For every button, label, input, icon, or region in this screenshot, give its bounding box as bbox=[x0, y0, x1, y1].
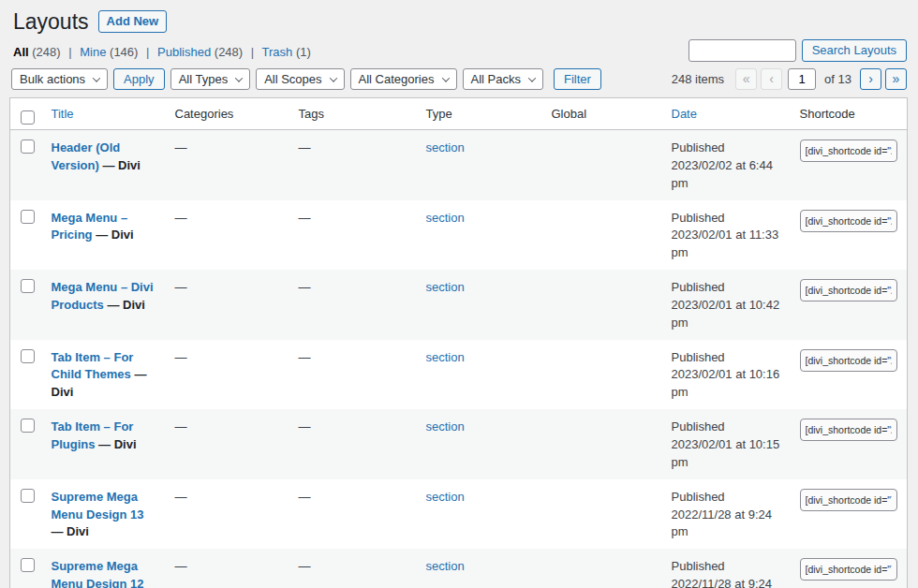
apply-button[interactable]: Apply bbox=[113, 68, 165, 90]
row-checkbox[interactable] bbox=[21, 349, 35, 363]
table-row: Tab Item – For Plugins — Divi — — sectio… bbox=[10, 409, 908, 479]
categories-label: All Categories bbox=[359, 72, 435, 86]
type-link[interactable]: section bbox=[426, 280, 465, 294]
scopes-select[interactable]: All Scopes bbox=[256, 68, 344, 90]
view-all-label[interactable]: All bbox=[13, 45, 29, 59]
row-date: 2023/02/02 at 6:44 pm bbox=[672, 157, 781, 193]
bulk-actions-bar: Bulk actions Apply All Types All Scopes … bbox=[11, 68, 601, 90]
global-cell bbox=[542, 549, 662, 588]
type-link[interactable]: section bbox=[426, 350, 465, 364]
page-title: Layouts bbox=[13, 8, 89, 35]
type-link[interactable]: section bbox=[426, 211, 465, 225]
layout-title-link[interactable]: Supreme Mega Menu Design 12 bbox=[52, 559, 144, 588]
last-page-button[interactable]: » bbox=[885, 68, 907, 90]
shortcode-input[interactable] bbox=[800, 210, 898, 232]
type-link[interactable]: section bbox=[426, 559, 465, 573]
packs-label: All Packs bbox=[471, 72, 521, 86]
column-header-type: Type bbox=[417, 98, 542, 130]
view-published-label[interactable]: Published bbox=[157, 45, 211, 59]
type-link[interactable]: section bbox=[426, 490, 465, 504]
select-all-checkbox[interactable] bbox=[21, 110, 35, 125]
table-row: Tab Item – For Child Themes — Divi — — s… bbox=[10, 340, 908, 410]
pagination: 248 items « ‹ of 13 › » bbox=[672, 68, 907, 90]
bulk-actions-select[interactable]: Bulk actions bbox=[11, 68, 108, 90]
table-row: Mega Menu – Pricing — Divi — — section P… bbox=[10, 200, 908, 271]
categories-cell: — bbox=[166, 130, 289, 200]
title-suffix: — Divi bbox=[52, 524, 89, 538]
view-published[interactable]: Published (248) bbox=[157, 45, 246, 59]
row-date: 2023/02/01 at 10:42 pm bbox=[672, 297, 781, 332]
search-box: Search Layouts bbox=[688, 39, 907, 62]
table-header: Title Categories Tags Type Global Date S… bbox=[10, 98, 908, 130]
column-header-categories: Categories bbox=[166, 98, 289, 130]
table-row: Supreme Mega Menu Design 13 — Divi — — s… bbox=[10, 479, 908, 550]
view-trash[interactable]: Trash (1) bbox=[262, 45, 311, 59]
title-suffix: — Divi bbox=[102, 158, 140, 172]
topbar: All (248) | Mine (146) | Published (248)… bbox=[9, 36, 907, 62]
row-checkbox[interactable] bbox=[21, 419, 35, 433]
row-checkbox[interactable] bbox=[21, 140, 35, 154]
view-mine[interactable]: Mine (146) bbox=[80, 45, 141, 59]
layout-title-link[interactable]: Tab Item – For Child Themes bbox=[52, 350, 134, 382]
shortcode-input[interactable] bbox=[800, 140, 898, 162]
shortcode-input[interactable] bbox=[800, 279, 898, 301]
chevron-down-icon bbox=[235, 74, 243, 81]
first-page-button: « bbox=[735, 68, 757, 90]
total-pages-label: of 13 bbox=[824, 72, 851, 86]
layout-title-link[interactable]: Supreme Mega Menu Design 13 bbox=[52, 490, 144, 522]
table-row: Supreme Mega Menu Design 12 — Divi — — s… bbox=[10, 549, 908, 588]
row-status: Published bbox=[672, 419, 781, 436]
view-all[interactable]: All (248) bbox=[13, 45, 64, 59]
title-suffix: — Divi bbox=[107, 298, 144, 312]
tags-cell: — bbox=[289, 409, 417, 479]
categories-cell: — bbox=[166, 479, 289, 550]
view-filter-links: All (248) | Mine (146) | Published (248)… bbox=[9, 36, 311, 59]
layouts-table: Title Categories Tags Type Global Date S… bbox=[9, 97, 908, 588]
row-checkbox[interactable] bbox=[21, 210, 35, 224]
view-trash-label[interactable]: Trash bbox=[262, 45, 293, 59]
row-date: 2023/02/01 at 10:16 pm bbox=[672, 366, 781, 402]
view-separator: | bbox=[251, 45, 254, 59]
shortcode-input[interactable] bbox=[800, 489, 898, 511]
chevron-down-icon bbox=[528, 74, 536, 81]
add-new-button[interactable]: Add New bbox=[98, 10, 168, 33]
shortcode-input[interactable] bbox=[800, 419, 898, 441]
search-input[interactable] bbox=[688, 39, 796, 62]
next-page-button[interactable]: › bbox=[860, 68, 881, 90]
categories-cell: — bbox=[166, 270, 289, 340]
chevron-down-icon bbox=[329, 74, 336, 81]
categories-cell: — bbox=[166, 409, 289, 479]
tags-cell: — bbox=[289, 340, 417, 410]
table-toolbar: Bulk actions Apply All Types All Scopes … bbox=[9, 68, 907, 90]
tags-cell: — bbox=[289, 270, 417, 340]
view-separator: | bbox=[68, 45, 71, 59]
global-cell bbox=[542, 340, 662, 410]
filter-button[interactable]: Filter bbox=[554, 68, 601, 90]
column-header-date[interactable]: Date bbox=[662, 98, 791, 130]
row-checkbox[interactable] bbox=[21, 489, 35, 503]
categories-cell: — bbox=[166, 549, 289, 588]
table-body: Header (Old Version) — Divi — — section … bbox=[10, 130, 908, 588]
view-mine-label[interactable]: Mine bbox=[80, 45, 106, 59]
column-header-tags: Tags bbox=[289, 98, 417, 130]
row-checkbox[interactable] bbox=[21, 279, 35, 293]
categories-select[interactable]: All Categories bbox=[350, 68, 457, 90]
shortcode-input[interactable] bbox=[800, 349, 898, 372]
search-layouts-button[interactable]: Search Layouts bbox=[802, 39, 907, 62]
types-label: All Types bbox=[179, 72, 229, 86]
type-link[interactable]: section bbox=[426, 140, 465, 154]
current-page-input[interactable] bbox=[788, 68, 816, 90]
shortcode-input[interactable] bbox=[800, 558, 898, 581]
type-link[interactable]: section bbox=[426, 419, 465, 434]
packs-select[interactable]: All Packs bbox=[463, 68, 543, 90]
row-status: Published bbox=[672, 210, 781, 228]
table-row: Header (Old Version) — Divi — — section … bbox=[10, 130, 908, 200]
row-date: 2022/11/28 at 9:24 pm bbox=[672, 507, 781, 542]
row-checkbox[interactable] bbox=[21, 558, 35, 572]
page-header: Layouts Add New bbox=[9, 0, 907, 35]
categories-cell: — bbox=[166, 340, 289, 410]
view-trash-count: (1) bbox=[296, 45, 311, 59]
global-cell bbox=[542, 409, 662, 479]
types-select[interactable]: All Types bbox=[170, 68, 251, 90]
column-header-title[interactable]: Title bbox=[42, 98, 166, 130]
